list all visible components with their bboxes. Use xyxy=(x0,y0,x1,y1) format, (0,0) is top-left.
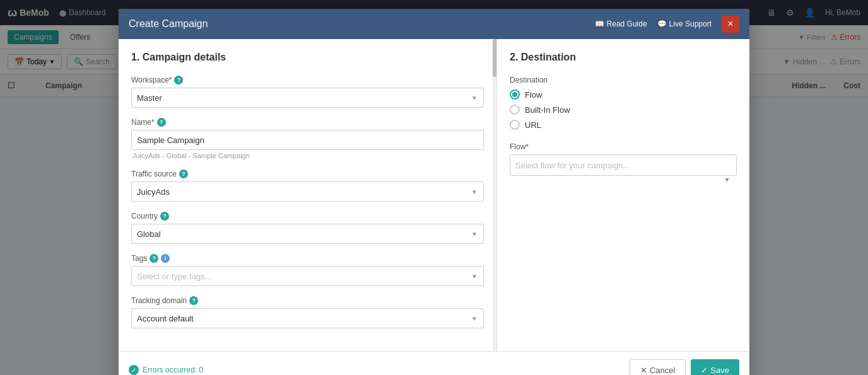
modal-body: 1. Campaign details Workspace* ? Master … xyxy=(119,39,749,351)
errors-info: ✓ Errors occurred: 0 xyxy=(129,365,203,375)
traffic-source-group: Traffic source ? JuicyAds ▼ xyxy=(131,170,484,202)
country-select[interactable]: Global xyxy=(131,224,484,244)
flow-select[interactable]: Select flow for your campaign... xyxy=(510,154,737,176)
flow-select-wrapper: Select flow for your campaign... ▼ xyxy=(510,154,737,176)
tags-info-icon[interactable]: i xyxy=(161,254,170,263)
tags-select[interactable]: Select or type tags... xyxy=(131,266,484,286)
save-check-icon: ✓ xyxy=(701,366,708,375)
country-label: Country ? xyxy=(131,212,484,221)
modal-header: Create Campaign 📖 Read Guide 💬 Live Supp… xyxy=(119,9,749,39)
check-icon: ✓ xyxy=(129,365,139,375)
live-support-button[interactable]: 💬 Live Support xyxy=(657,20,712,28)
modal-header-actions: 📖 Read Guide 💬 Live Support × xyxy=(595,15,739,33)
flow-chevron-icon: ▼ xyxy=(724,176,730,183)
radio-url-circle xyxy=(510,120,520,130)
traffic-source-select-wrapper: JuicyAds ▼ xyxy=(131,182,484,202)
cancel-x-icon: ✕ xyxy=(640,366,647,375)
traffic-source-select[interactable]: JuicyAds xyxy=(131,182,484,202)
footer-buttons: ✕ Cancel ✓ Save xyxy=(630,359,739,375)
flow-label: Flow* xyxy=(510,142,737,151)
tracking-domain-help-icon[interactable]: ? xyxy=(189,296,198,305)
workspace-select[interactable]: Master xyxy=(131,88,484,108)
radio-flow-circle xyxy=(510,89,520,100)
name-input[interactable] xyxy=(131,130,484,150)
tracking-domain-group: Tracking domain ? Account default ▼ xyxy=(131,296,484,328)
campaign-details-title: 1. Campaign details xyxy=(131,52,484,63)
cancel-button[interactable]: ✕ Cancel xyxy=(630,359,686,375)
modal-close-button[interactable]: × xyxy=(722,15,739,33)
book-icon: 📖 xyxy=(595,20,604,28)
radio-builtin-circle xyxy=(510,105,520,115)
workspace-select-wrapper: Master ▼ xyxy=(131,88,484,108)
tags-help-icon[interactable]: ? xyxy=(150,254,158,263)
radio-builtin-flow[interactable]: Built-In Flow xyxy=(510,105,737,115)
radio-url[interactable]: URL xyxy=(510,120,737,130)
flow-section: Flow* Select flow for your campaign... ▼ xyxy=(510,142,737,176)
name-label: Name* ? xyxy=(131,118,484,127)
name-hint: JuicyAds - Global - Sample Campaign xyxy=(131,152,484,159)
chat-icon: 💬 xyxy=(657,20,667,28)
scrollbar-thumb[interactable] xyxy=(493,39,496,77)
read-guide-button[interactable]: 📖 Read Guide xyxy=(595,20,647,28)
country-select-wrapper: Global ▼ xyxy=(131,224,484,244)
workspace-label: Workspace* ? xyxy=(131,76,484,84)
workspace-help-icon[interactable]: ? xyxy=(174,76,183,84)
radio-flow-dot xyxy=(512,92,517,97)
save-button[interactable]: ✓ Save xyxy=(691,359,739,375)
modal-title: Create Campaign xyxy=(129,18,208,30)
destination-section: Destination Flow Built-In Flow xyxy=(510,76,737,130)
country-group: Country ? Global ▼ xyxy=(131,212,484,244)
traffic-source-label: Traffic source ? xyxy=(131,170,484,178)
tracking-domain-select-wrapper: Account default ▼ xyxy=(131,308,484,328)
tracking-domain-select[interactable]: Account default xyxy=(131,308,484,328)
modal-footer: ✓ Errors occurred: 0 ✕ Cancel ✓ Save xyxy=(119,351,749,375)
destination-radio-group: Flow Built-In Flow URL xyxy=(510,89,737,130)
destination-title: 2. Destination xyxy=(510,52,737,63)
create-campaign-modal: Create Campaign 📖 Read Guide 💬 Live Supp… xyxy=(119,9,749,375)
scrollbar-track xyxy=(493,39,496,351)
country-help-icon[interactable]: ? xyxy=(160,212,169,221)
tags-select-wrapper: Select or type tags... ▼ xyxy=(131,266,484,286)
tracking-domain-label: Tracking domain ? xyxy=(131,296,484,305)
destination-label: Destination xyxy=(510,76,737,84)
tags-group: Tags ? i Select or type tags... ▼ xyxy=(131,254,484,286)
left-panel: 1. Campaign details Workspace* ? Master … xyxy=(119,39,497,351)
name-help-icon[interactable]: ? xyxy=(157,118,166,127)
workspace-group: Workspace* ? Master ▼ xyxy=(131,76,484,108)
right-panel: 2. Destination Destination Flow Bui xyxy=(497,39,749,351)
traffic-source-help-icon[interactable]: ? xyxy=(179,170,188,178)
tags-label: Tags ? i xyxy=(131,254,484,263)
radio-flow[interactable]: Flow xyxy=(510,89,737,100)
name-group: Name* ? JuicyAds - Global - Sample Campa… xyxy=(131,118,484,159)
